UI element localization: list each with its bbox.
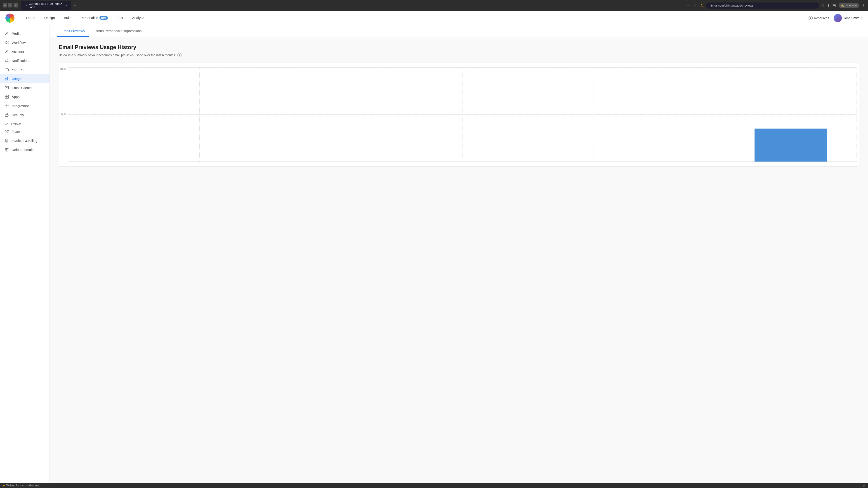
sidebar-item-integrations[interactable]: Integrations (0, 101, 50, 110)
top-nav: Home Design Build Personalize New Test A… (0, 11, 868, 25)
sidebar-label-team: Team (12, 130, 20, 133)
tab-close-button[interactable]: ✕ (65, 4, 67, 7)
integrations-icon (4, 103, 9, 108)
chevron-down-icon: ▾ (861, 17, 863, 20)
sidebar-item-account[interactable]: Account (0, 47, 50, 56)
nav-test[interactable]: Test (112, 11, 128, 25)
close-button[interactable]: ✕ (13, 3, 18, 7)
y-axis-label-1000: 1000 (59, 67, 66, 71)
sidebar-label-usage: Usage (12, 77, 22, 80)
avatar (834, 14, 842, 22)
address-bar[interactable]: litmus.com/billing/usage/previews (706, 2, 819, 8)
account-icon (4, 49, 9, 54)
logo[interactable] (5, 13, 14, 23)
resources-button[interactable]: ℹ Resources (809, 16, 829, 20)
nav-design[interactable]: Design (40, 11, 59, 25)
tab-label: Current Plan: Free Plan > John ... (29, 2, 64, 9)
content-body: Email Previews Usage History Below is a … (50, 37, 868, 174)
main-content: Email Previews Litmus Personalize Impres… (50, 25, 868, 488)
tab-email-previews[interactable]: Email Previews (57, 25, 89, 37)
sidebar-label-email-clients: Email Clients (12, 86, 32, 90)
sidebar-label-account: Account (12, 50, 24, 54)
svg-point-15 (6, 105, 7, 106)
sidebar-item-profile[interactable]: Profile (0, 29, 50, 38)
sidebar-label-apps: Apps (12, 95, 20, 99)
sidebar-label-integrations: Integrations (12, 104, 29, 108)
chart-col-4 (463, 67, 594, 162)
tab-personalize-impressions[interactable]: Litmus Personalize Impressions (89, 25, 146, 37)
page-tabs: Email Previews Litmus Personalize Impres… (50, 25, 868, 37)
nav-build[interactable]: Build (59, 11, 76, 25)
description-info-icon[interactable]: ℹ (178, 53, 182, 57)
status-bar: Waiting for bam.nr-data.net... ▶ (0, 483, 868, 488)
team-icon (4, 129, 9, 134)
usage-icon (4, 76, 9, 81)
browser-chrome: ─ □ ✕ ⊙ Current Plan: Free Plan > John .… (0, 0, 868, 11)
forward-button[interactable]: → (692, 2, 698, 8)
nav-analyze[interactable]: Analyze (128, 11, 149, 25)
svg-point-5 (6, 50, 7, 52)
reload-button[interactable]: ↻ (700, 2, 704, 8)
new-tab-button[interactable]: + (72, 2, 78, 9)
user-menu[interactable]: John Smith ▾ (834, 14, 863, 22)
page-title: Email Previews Usage History (59, 44, 859, 51)
back-button[interactable]: ← (685, 2, 690, 8)
svg-rect-12 (7, 95, 8, 97)
svg-rect-11 (5, 95, 7, 97)
chart-col-3 (331, 67, 462, 162)
incognito-icon: 🕵 (841, 4, 844, 7)
svg-rect-1 (5, 41, 6, 42)
svg-rect-9 (7, 77, 8, 80)
nav-personalize[interactable]: Personalize New (76, 11, 112, 25)
nav-controls: ← → ↻ (685, 2, 704, 8)
sidebar-item-team[interactable]: Team (0, 127, 50, 136)
top-nav-right: ℹ Resources John Smith ▾ (809, 14, 863, 22)
sidebar-label-notifications: Notifications (12, 59, 30, 63)
top-nav-items: Home Design Build Personalize New Test A… (22, 11, 809, 25)
sidebar-item-notifications[interactable]: Notifications (0, 56, 50, 65)
loading-indicator (3, 485, 4, 486)
sidebar-item-workflow[interactable]: Workflow (0, 38, 50, 47)
svg-point-17 (6, 130, 7, 131)
security-icon (4, 112, 9, 117)
y-axis-label-500: 500 (61, 112, 66, 116)
section-description: Below is a summary of your account's ema… (59, 53, 859, 57)
sidebar-item-security[interactable]: Security (0, 110, 50, 119)
svg-rect-13 (5, 97, 7, 98)
sidebar-label-your-plan: Your Plan (12, 68, 26, 72)
sidebar-item-usage[interactable]: Usage (0, 74, 50, 83)
sidebar-item-your-plan[interactable]: Your Plan (0, 65, 50, 74)
chart-col-5 (594, 67, 725, 162)
sidebar-item-invoices-billing[interactable]: Invoices & Billing (0, 136, 50, 145)
chart-col-2 (199, 67, 331, 162)
incognito-badge: 🕵 Incognito (839, 3, 859, 8)
browser-actions: ☆ ⬇ ⬒ 🕵 Incognito ⋮ (821, 3, 865, 8)
content-area: Profile Workflow Account Notifications (0, 25, 868, 488)
menu-icon[interactable]: ⋮ (862, 3, 865, 8)
chart-col-1 (68, 67, 199, 162)
nav-home[interactable]: Home (22, 11, 40, 25)
maximize-button[interactable]: □ (8, 3, 12, 7)
invoices-billing-icon (4, 138, 9, 143)
sidebar-item-deleted-emails[interactable]: Deleted emails (0, 145, 50, 154)
bookmark-icon[interactable]: ☆ (821, 3, 824, 8)
profile-icon (4, 31, 9, 36)
status-text: Waiting for bam.nr-data.net... (6, 484, 41, 487)
svg-rect-2 (7, 41, 8, 42)
deleted-emails-icon (4, 147, 9, 152)
your-team-section-label: YOUR TEAM (0, 119, 50, 127)
personalize-new-badge: New (99, 16, 108, 20)
svg-rect-7 (5, 78, 6, 80)
url-text: litmus.com/billing/usage/previews (710, 4, 753, 7)
app-shell: Home Design Build Personalize New Test A… (0, 11, 868, 488)
sidebar-item-email-clients[interactable]: Email Clients (0, 83, 50, 92)
resources-label: Resources (814, 16, 829, 20)
download-icon[interactable]: ⬇ (827, 3, 830, 8)
your-plan-icon (4, 67, 9, 72)
minimize-button[interactable]: ─ (3, 3, 7, 7)
active-tab[interactable]: ⊙ Current Plan: Free Plan > John ... ✕ (21, 1, 71, 10)
incognito-label: Incognito (846, 4, 857, 7)
sidebar: Profile Workflow Account Notifications (0, 25, 50, 488)
sidebar-item-apps[interactable]: Apps (0, 92, 50, 101)
device-icon[interactable]: ⬒ (833, 3, 836, 8)
